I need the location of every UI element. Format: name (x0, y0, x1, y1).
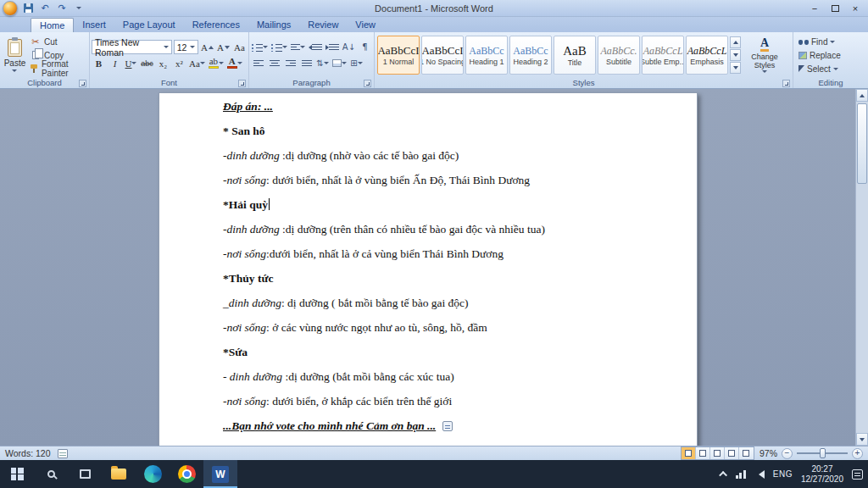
word-taskbar-button[interactable]: W (203, 460, 237, 488)
change-styles-button[interactable]: A Change Styles (743, 37, 787, 73)
align-center-button[interactable] (267, 56, 281, 70)
redo-button[interactable]: ↷ (55, 2, 69, 14)
align-left-button[interactable] (251, 56, 265, 70)
chrome-button[interactable] (170, 460, 203, 488)
style-heading-1[interactable]: AaBbCcHeading 1 (465, 36, 508, 75)
replace-button[interactable]: Replace (798, 49, 866, 61)
gallery-scroll-up-button[interactable] (730, 36, 741, 48)
multilevel-list-button[interactable] (290, 40, 307, 54)
cut-button[interactable]: ✂ Cut (28, 36, 87, 48)
minimize-button[interactable]: − (805, 2, 824, 14)
clock[interactable]: 20:27 12/27/2020 (801, 464, 843, 484)
font-size-select[interactable]: 12 (174, 40, 198, 54)
draft-view-button[interactable] (739, 447, 754, 459)
style-1-normal[interactable]: AaBbCcI1 Normal (377, 36, 420, 75)
tray-expand-icon[interactable] (719, 471, 727, 480)
zoom-out-button[interactable]: − (782, 448, 793, 459)
vertical-scrollbar[interactable] (855, 89, 868, 446)
undo-button[interactable]: ↶ (38, 2, 52, 14)
superscript-button[interactable]: x² (172, 56, 186, 70)
sort-button[interactable]: A↓ (342, 40, 356, 54)
tab-insert[interactable]: Insert (74, 18, 114, 32)
scroll-down-button[interactable] (856, 433, 868, 446)
close-button[interactable]: × (846, 2, 865, 14)
style-subtitle[interactable]: AaBbCc.Subtitle (598, 36, 640, 75)
strikethrough-button[interactable]: abc (140, 56, 154, 70)
line-spacing-button[interactable]: ⇅ (315, 56, 330, 70)
style-title[interactable]: AaBTitle (554, 36, 596, 75)
text-highlight-button[interactable]: ab (208, 56, 225, 70)
bold-button[interactable]: B (92, 56, 106, 70)
web-layout-view-button[interactable] (710, 447, 725, 459)
tab-home[interactable]: Home (31, 18, 74, 32)
font-color-button[interactable]: A (226, 56, 243, 70)
style-emphasis[interactable]: AaBbCcLEmphasis (686, 36, 728, 75)
volume-icon[interactable] (754, 470, 765, 479)
style-subtle-emp-[interactable]: AaBbCcLSubtle Emp... (642, 36, 684, 75)
maximize-button[interactable] (826, 2, 844, 14)
zoom-slider-thumb[interactable] (820, 448, 826, 458)
network-icon[interactable] (736, 470, 746, 479)
shading-button[interactable] (331, 56, 348, 70)
zoom-slider[interactable] (797, 452, 848, 454)
decrease-indent-button[interactable] (308, 40, 323, 54)
tab-references[interactable]: References (184, 18, 248, 32)
office-button[interactable] (3, 1, 18, 16)
paragraph-dialog-launcher-icon[interactable] (364, 80, 371, 87)
subscript-button[interactable]: x₂ (156, 56, 170, 70)
borders-button[interactable]: ⊞ (349, 56, 364, 70)
full-screen-reading-view-button[interactable] (696, 447, 710, 459)
task-view-button[interactable] (68, 460, 102, 488)
select-button[interactable]: Select (798, 63, 866, 75)
clear-formatting-button[interactable]: Aa (232, 40, 247, 54)
scrollbar-thumb[interactable] (857, 103, 867, 184)
increase-indent-button[interactable] (325, 40, 340, 54)
gallery-scroll-down-button[interactable] (730, 49, 741, 61)
gallery-more-button[interactable] (730, 62, 741, 74)
tab-mailings[interactable]: Mailings (248, 18, 299, 32)
scroll-up-button[interactable] (856, 89, 868, 102)
print-layout-view-button[interactable] (682, 447, 696, 459)
style-1-no-spacing[interactable]: AaBbCcI1 No Spacing (421, 36, 464, 75)
clipboard-dialog-launcher-icon[interactable] (79, 80, 86, 87)
numbering-button[interactable] (270, 40, 288, 54)
grow-font-button[interactable]: A (200, 40, 214, 54)
language-indicator[interactable]: ENG (773, 469, 793, 479)
styles-dialog-launcher-icon[interactable] (782, 80, 790, 87)
bullets-button[interactable] (251, 40, 269, 54)
tab-review[interactable]: Review (299, 18, 347, 32)
word-count[interactable]: Words: 120 (5, 448, 51, 458)
edge-button[interactable] (136, 460, 170, 488)
tab-view[interactable]: View (347, 18, 384, 32)
format-painter-button[interactable]: Format Painter (28, 63, 87, 75)
underline-button[interactable]: U (124, 56, 138, 70)
italic-button[interactable]: I (108, 56, 122, 70)
qat-customize-button[interactable] (72, 2, 86, 14)
outline-view-button[interactable] (725, 447, 739, 459)
save-button[interactable] (21, 2, 35, 14)
chevron-down-icon (12, 69, 17, 72)
tab-page-layout[interactable]: Page Layout (114, 18, 184, 32)
justify-button[interactable] (299, 56, 314, 70)
paste-options-icon[interactable] (442, 421, 453, 431)
show-formatting-marks-button[interactable]: ¶ (358, 40, 372, 54)
document-content[interactable]: Đáp án: ...* San hô-dinh dưỡng :dị dưỡng… (159, 93, 697, 433)
font-dialog-launcher-icon[interactable] (238, 80, 246, 87)
align-right-button[interactable] (283, 56, 298, 70)
search-button[interactable] (34, 460, 68, 488)
document-page[interactable]: Đáp án: ...* San hô-dinh dưỡng :dị dưỡng… (159, 92, 698, 446)
change-case-button[interactable]: Aa (188, 56, 206, 70)
scrollbar-track[interactable] (856, 102, 868, 433)
style-heading-2[interactable]: AaBbCcHeading 2 (509, 36, 552, 75)
font-family-select[interactable]: Times New Roman (92, 40, 172, 54)
paste-button[interactable]: Paste (2, 33, 28, 77)
find-button[interactable]: Find (798, 36, 866, 47)
proofing-status-icon[interactable] (58, 449, 68, 458)
zoom-level[interactable]: 97% (760, 448, 777, 458)
notification-center-icon[interactable] (852, 469, 863, 480)
chevron-down-icon (860, 438, 865, 441)
zoom-in-button[interactable]: + (852, 448, 863, 459)
file-explorer-button[interactable] (102, 460, 136, 488)
shrink-font-button[interactable]: A (216, 40, 231, 54)
start-button[interactable] (0, 460, 34, 488)
